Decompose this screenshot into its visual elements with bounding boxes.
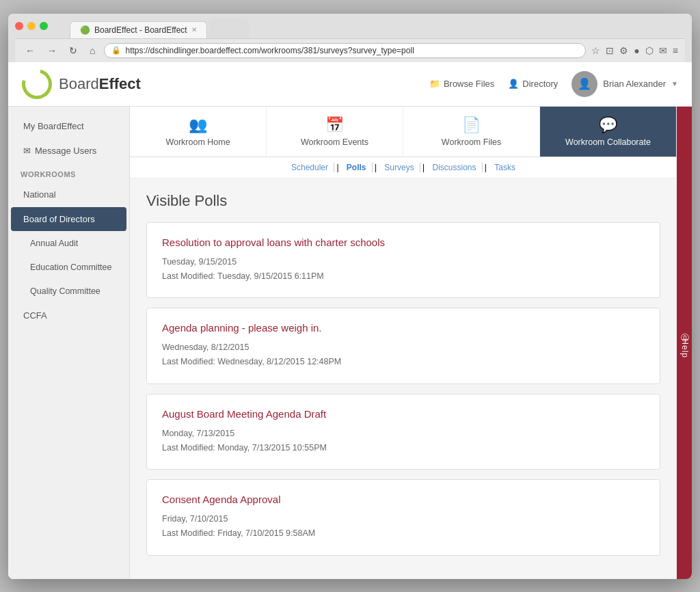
workroom-home-label: Workroom Home [165, 137, 230, 147]
mail-icon[interactable]: ✉ [659, 45, 667, 56]
sub-nav-surveys[interactable]: Surveys [379, 163, 420, 172]
poll-title[interactable]: Consent Agenda Approval [162, 494, 645, 505]
url-text: https://dschindlinger.boardeffect.com/wo… [125, 46, 578, 55]
directory-label: Directory [522, 79, 558, 89]
annual-audit-label: Annual Audit [30, 239, 78, 248]
tab-title: BoardEffect - BoardEffect [94, 25, 187, 35]
workroom-files-label: Workroom Files [442, 137, 501, 147]
app-header: BoardEffect 📁 Browse Files 👤 Directory 👤… [8, 62, 692, 107]
poll-date: Friday, 7/10/2015 Last Modified: Friday,… [162, 512, 645, 541]
profile-icon[interactable]: ● [634, 45, 639, 56]
workroom-collaborate-label: Workroom Collaborate [565, 137, 651, 147]
reader-icon[interactable]: ⊡ [606, 45, 614, 56]
window-controls [15, 22, 48, 30]
back-button[interactable]: ← [22, 44, 38, 57]
sub-nav-scheduler[interactable]: Scheduler [286, 163, 334, 172]
directory-icon: 👤 [508, 79, 519, 89]
sidebar-item-education-committee[interactable]: Education Committee [11, 256, 126, 279]
poll-card[interactable]: Consent Agenda Approval Friday, 7/10/201… [146, 479, 660, 556]
workroom-files-icon: 📄 [462, 116, 481, 134]
sidebar-item-annual-audit[interactable]: Annual Audit [11, 232, 126, 255]
minimize-window-button[interactable] [27, 22, 36, 30]
tab-workroom-files[interactable]: 📄 Workroom Files [403, 107, 540, 157]
sidebar-item-quality-committee[interactable]: Quality Committee [11, 280, 126, 303]
poll-title[interactable]: Agenda planning - please weigh in. [162, 322, 645, 334]
sidebar-item-my-boardeffect[interactable]: My BoardEffect [11, 114, 126, 138]
tab-favicon: 🟢 [80, 25, 90, 35]
close-window-button[interactable] [15, 22, 23, 30]
tab-workroom-home[interactable]: 👥 Workroom Home [130, 107, 267, 157]
quality-committee-label: Quality Committee [30, 286, 100, 296]
sub-nav-discussions[interactable]: Discussions [427, 163, 482, 172]
workroom-collaborate-icon: 💬 [599, 116, 617, 134]
poll-date: Wednesday, 8/12/2015 Last Modified: Wedn… [162, 340, 645, 370]
workroom-home-icon: 👥 [189, 116, 207, 134]
user-area[interactable]: 👤 Brian Alexander ▼ [571, 71, 678, 97]
tab-workroom-collaborate[interactable]: 💬 Workroom Collaborate [540, 107, 677, 157]
browser-nav: ← → ↻ ⌂ 🔒 https://dschindlinger.boardeff… [15, 38, 685, 62]
sub-nav-polls[interactable]: Polls [341, 163, 373, 172]
home-button[interactable]: ⌂ [86, 44, 98, 57]
logo-area: BoardEffect [22, 69, 141, 99]
poll-date: Monday, 7/13/2015 Last Modified: Monday,… [162, 427, 645, 456]
user-dropdown-arrow: ▼ [671, 80, 678, 88]
app-container: BoardEffect 📁 Browse Files 👤 Directory 👤… [8, 62, 692, 579]
ccfa-label: CCFA [23, 310, 47, 321]
browse-files-link[interactable]: 📁 Browse Files [429, 79, 494, 89]
workroom-events-icon: 📅 [325, 116, 344, 134]
message-icon: ✉ [23, 146, 31, 156]
logo-ring [16, 63, 57, 104]
address-bar[interactable]: 🔒 https://dschindlinger.boardeffect.com/… [104, 43, 586, 58]
sidebar-item-message-users[interactable]: ✉ Message Users [11, 139, 126, 163]
sub-nav: Scheduler | Polls | Surveys | Discussion… [130, 157, 677, 178]
main-layout: My BoardEffect ✉ Message Users WORKROOMS… [8, 107, 692, 579]
content-body: Visible Polls Resolution to approval loa… [130, 178, 677, 579]
reload-button[interactable]: ↻ [66, 44, 81, 57]
sidebar: My BoardEffect ✉ Message Users WORKROOMS… [8, 107, 130, 579]
avatar-icon: 👤 [578, 77, 591, 90]
message-users-label: Message Users [35, 146, 96, 156]
workroom-events-label: Workroom Events [301, 137, 368, 147]
poll-title[interactable]: August Board Meeting Agenda Draft [162, 408, 645, 420]
active-tab[interactable]: 🟢 BoardEffect - BoardEffect ✕ [70, 21, 207, 38]
user-name: Brian Alexander [603, 79, 666, 89]
sidebar-item-board-of-directors[interactable]: Board of Directors [11, 207, 126, 231]
browser-chrome: 🟢 BoardEffect - BoardEffect ✕ ← → ↻ ⌂ 🔒 … [8, 14, 692, 62]
poll-card[interactable]: Resolution to approval loans with charte… [146, 222, 660, 299]
workroom-tabs: 👥 Workroom Home 📅 Workroom Events 📄 Work… [130, 107, 677, 157]
files-icon: 📁 [429, 79, 440, 89]
logo-text: BoardEffect [59, 75, 141, 93]
board-of-directors-label: Board of Directors [23, 214, 95, 224]
ssl-lock-icon: 🔒 [111, 46, 121, 55]
poll-date: Tuesday, 9/15/2015 Last Modified: Tuesda… [162, 255, 645, 284]
bookmark-icon[interactable]: ☆ [591, 45, 600, 56]
workrooms-section-label: WORKROOMS [8, 163, 129, 182]
poll-card[interactable]: Agenda planning - please weigh in. Wedne… [146, 308, 660, 384]
sidebar-item-national[interactable]: National [11, 183, 126, 206]
browse-files-label: Browse Files [444, 79, 494, 89]
page-title: Visible Polls [146, 192, 660, 210]
sub-nav-tasks[interactable]: Tasks [489, 163, 521, 172]
national-label: National [23, 189, 56, 200]
tab-close-button[interactable]: ✕ [191, 26, 197, 33]
menu-icon[interactable]: ≡ [673, 45, 678, 56]
tab-workroom-events[interactable]: 📅 Workroom Events [267, 107, 403, 157]
directory-link[interactable]: 👤 Directory [508, 79, 558, 89]
education-committee-label: Education Committee [30, 263, 112, 272]
help-sidebar[interactable]: ⓪ Help [677, 107, 692, 579]
logo-board: Board [59, 75, 99, 92]
avatar: 👤 [571, 71, 597, 97]
content-area: 👥 Workroom Home 📅 Workroom Events 📄 Work… [130, 107, 677, 579]
forward-button[interactable]: → [44, 44, 60, 57]
poll-title[interactable]: Resolution to approval loans with charte… [162, 237, 645, 248]
my-boardeffect-label: My BoardEffect [23, 121, 84, 131]
settings-icon[interactable]: ⚙ [619, 45, 628, 56]
browser-window: 🟢 BoardEffect - BoardEffect ✕ ← → ↻ ⌂ 🔒 … [8, 14, 692, 579]
tab-bar: 🟢 BoardEffect - BoardEffect ✕ [70, 19, 250, 38]
maximize-window-button[interactable] [40, 22, 48, 30]
extensions-icon[interactable]: ⬡ [645, 45, 654, 56]
help-label: ⓪ Help [679, 327, 690, 358]
header-right: 📁 Browse Files 👤 Directory 👤 Brian Alexa… [429, 71, 678, 97]
sidebar-item-ccfa[interactable]: CCFA [11, 304, 126, 327]
poll-card[interactable]: August Board Meeting Agenda Draft Monday… [146, 394, 660, 470]
